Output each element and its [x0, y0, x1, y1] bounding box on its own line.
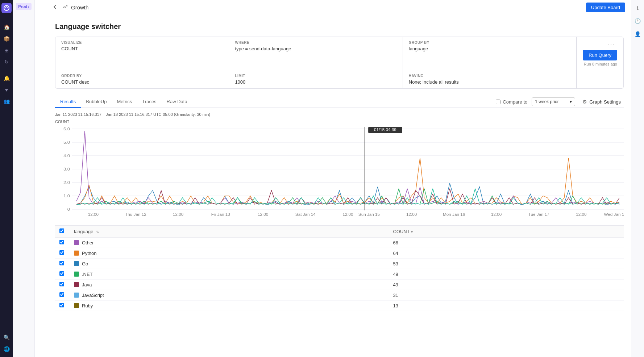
row-language-cell-1: Python: [70, 248, 389, 259]
row-checkbox-6[interactable]: [59, 303, 64, 307]
svg-text:01/15 04:39: 01/15 04:39: [374, 128, 396, 132]
env-arrow-icon: ›: [28, 4, 29, 9]
color-swatch-5: [74, 293, 79, 298]
table-row: Java 49: [55, 280, 624, 290]
row-checkbox-1[interactable]: [59, 250, 64, 255]
svg-text:12:00: 12:00: [342, 213, 353, 217]
compare-to-checkbox[interactable]: [496, 100, 500, 104]
tab-metrics[interactable]: Metrics: [112, 96, 137, 108]
sidebar-icon-grid[interactable]: ⊞: [1, 45, 12, 55]
language-label-4: Java: [82, 282, 92, 287]
row-checkbox-0[interactable]: [59, 240, 64, 244]
sidebar-icon-refresh[interactable]: ↻: [1, 57, 12, 67]
sidebar-icon-users[interactable]: 👥: [1, 96, 12, 106]
tab-results[interactable]: Results: [55, 96, 81, 108]
table-row: Ruby 13: [55, 301, 624, 311]
row-language-cell-6: Ruby: [70, 301, 389, 311]
chevron-down-icon: ▾: [570, 99, 572, 104]
week-prior-selector[interactable]: 1 week prior ▾: [532, 97, 575, 106]
having-value[interactable]: None; include all results: [409, 79, 570, 85]
row-checkbox-5[interactable]: [59, 292, 64, 297]
limit-label: LIMIT: [235, 74, 396, 78]
run-query-cell: ⋯ Run Query Run 8 minutes ago: [577, 37, 623, 70]
group-by-value[interactable]: language: [409, 46, 570, 51]
row-language-cell-4: Java: [70, 280, 389, 290]
table-row: JavaScript 31: [55, 290, 624, 301]
count-sort-icon: ▾: [411, 230, 413, 234]
row-count-cell-4: 49: [389, 280, 624, 290]
row-count-cell-0: 66: [389, 238, 624, 248]
graph-settings-button[interactable]: ⚙ Graph Settings: [579, 97, 624, 106]
row-checkbox-4[interactable]: [59, 282, 64, 286]
sidebar-icon-globe[interactable]: 🌐: [1, 344, 12, 354]
env-badge[interactable]: Prod ›: [16, 3, 32, 10]
svg-text:1.0: 1.0: [63, 194, 70, 198]
row-checkbox-2[interactable]: [59, 261, 64, 265]
update-board-button[interactable]: Update Board: [586, 3, 625, 12]
back-button[interactable]: [51, 3, 59, 13]
svg-text:5.0: 5.0: [63, 140, 70, 145]
row-count-cell-2: 53: [389, 259, 624, 269]
row-checkbox-3[interactable]: [59, 271, 64, 276]
svg-text:Wed Jan 18: Wed Jan 18: [604, 213, 624, 217]
language-label-3: .NET: [82, 272, 93, 277]
visualize-label: VISUALIZE: [61, 41, 223, 45]
row-count-cell-3: 49: [389, 269, 624, 280]
color-swatch-4: [74, 282, 79, 287]
right-info-icon[interactable]: ℹ: [633, 3, 643, 13]
order-by-cell: ORDER BY COUNT desc: [55, 70, 229, 88]
row-checkbox-cell: [55, 301, 70, 311]
order-by-value[interactable]: COUNT desc: [61, 79, 223, 85]
table-row: Python 64: [55, 248, 624, 259]
app-logo[interactable]: [1, 3, 12, 13]
results-table: language ⇅ COUNT ▾ Other 66: [55, 225, 624, 311]
visualize-value[interactable]: COUNT: [61, 46, 223, 51]
row-language-cell-3: .NET: [70, 269, 389, 280]
sidebar-icon-heart[interactable]: ♥: [1, 85, 12, 95]
color-swatch-1: [74, 251, 79, 256]
sidebar-icon-search[interactable]: 🔍: [1, 332, 12, 343]
color-swatch-2: [74, 261, 79, 266]
table-header-count[interactable]: COUNT ▾: [389, 226, 624, 238]
language-label-1: Python: [82, 251, 96, 256]
svg-text:Mon Jan 16: Mon Jan 16: [443, 213, 465, 217]
svg-text:3.0: 3.0: [63, 167, 70, 172]
query-grid: VISUALIZE COUNT WHERE type = send-data-l…: [55, 37, 624, 89]
row-count-cell-5: 31: [389, 290, 624, 301]
row-checkbox-cell: [55, 248, 70, 259]
svg-text:12:00: 12:00: [88, 213, 99, 217]
table-header-checkbox[interactable]: [59, 228, 64, 233]
svg-text:Sun Jan 15: Sun Jan 15: [358, 213, 380, 217]
week-prior-label: 1 week prior: [535, 99, 558, 104]
sidebar-icon-home[interactable]: 🏠: [1, 22, 12, 32]
time-range-label: Jan 11 2023 11:15:16.317 – Jan 18 2023 1…: [55, 112, 624, 117]
tab-bubbleup[interactable]: BubbleUp: [81, 96, 112, 108]
compare-to-checkbox-label[interactable]: Compare to: [496, 99, 527, 105]
svg-text:Tue Jan 17: Tue Jan 17: [528, 213, 549, 217]
svg-text:2.0: 2.0: [63, 180, 70, 185]
run-query-button[interactable]: Run Query: [583, 50, 617, 60]
right-history-icon[interactable]: 🕐: [633, 16, 643, 26]
where-cell: WHERE type = send-data-language: [229, 37, 403, 70]
gear-icon: ⚙: [582, 99, 587, 105]
row-checkbox-cell: [55, 280, 70, 290]
row-language-cell-2: Go: [70, 259, 389, 269]
sidebar-icon-bell[interactable]: 🔔: [1, 73, 12, 83]
where-value[interactable]: type = send-data-language: [235, 46, 396, 51]
svg-text:6.0: 6.0: [63, 127, 70, 131]
dots-menu[interactable]: ⋯: [605, 41, 617, 49]
sidebar-divider-1: [3, 19, 10, 19]
right-user-icon[interactable]: 👤: [633, 29, 643, 39]
table-row: Other 66: [55, 238, 624, 248]
language-sort-icon: ⇅: [96, 230, 99, 234]
tab-rawdata[interactable]: Raw Data: [162, 96, 192, 108]
table-header-language[interactable]: language ⇅: [70, 226, 389, 238]
tab-traces[interactable]: Traces: [137, 96, 161, 108]
env-bar: Prod ›: [13, 0, 35, 357]
svg-text:Thu Jan 12: Thu Jan 12: [125, 213, 146, 217]
limit-value[interactable]: 1000: [235, 79, 396, 85]
chart-container[interactable]: 6.0 5.0 4.0 3.0 2.0 1.0 0 12:00 Thu Jan …: [55, 125, 624, 219]
sidebar-icon-package[interactable]: 📦: [1, 34, 12, 44]
svg-text:0: 0: [67, 207, 70, 212]
order-by-label: ORDER BY: [61, 74, 223, 78]
